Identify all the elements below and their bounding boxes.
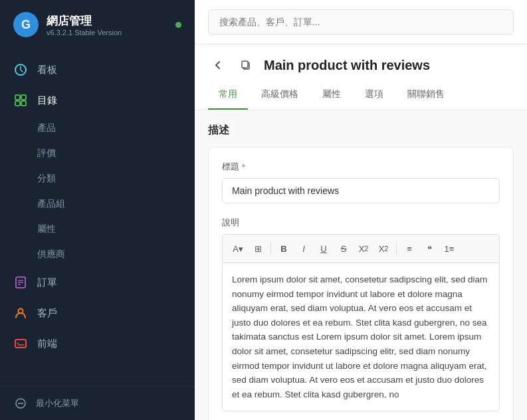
content-area: 描述 標題 * 說明 A▾ ⊞ B I U S X2 X2 ≡ ❝ 1≡ <box>195 110 527 420</box>
toolbar-underline-btn[interactable]: U <box>315 240 332 257</box>
toolbar-list-btn[interactable]: 1≡ <box>441 240 458 257</box>
svg-rect-16 <box>242 61 248 68</box>
desc-label: 說明 <box>222 217 500 229</box>
toolbar-superscript-btn[interactable]: X2 <box>355 240 372 257</box>
categories-label: 分類 <box>37 173 56 185</box>
sidebar-item-suppliers[interactable]: 供應商 <box>0 242 195 267</box>
back-button[interactable] <box>208 55 228 75</box>
catalog-label: 目錄 <box>37 94 57 107</box>
products-label: 產品 <box>37 122 56 134</box>
toolbar-bold-btn[interactable]: B <box>275 240 292 257</box>
search-input[interactable] <box>208 9 514 35</box>
svg-rect-2 <box>21 95 26 100</box>
sidebar-title-group: 網店管理 v6.3.2.1 Stable Version <box>47 13 122 37</box>
orders-icon <box>13 275 28 290</box>
sidebar-item-categories[interactable]: 分類 <box>0 166 195 191</box>
svg-rect-1 <box>15 95 20 100</box>
minimize-menu-button[interactable]: 最小化菜單 <box>0 386 195 420</box>
main-content: Main product with reviews 常用 高級價格 屬性 選項 … <box>195 0 527 420</box>
tab-options[interactable]: 選項 <box>354 80 394 110</box>
app-version: v6.3.2.1 Stable Version <box>47 29 122 37</box>
svg-rect-4 <box>21 101 26 106</box>
catalog-icon <box>13 93 28 108</box>
description-editor[interactable]: Lorem ipsum dolor sit amet, consetetur s… <box>222 262 500 411</box>
sidebar: G 網店管理 v6.3.2.1 Stable Version 看板 <box>0 0 195 420</box>
sidebar-item-orders[interactable]: 訂單 <box>0 267 195 298</box>
toolbar-subscript-btn[interactable]: X2 <box>375 240 392 257</box>
toolbar-divider-2 <box>396 243 397 255</box>
toolbar-divider-1 <box>270 243 271 255</box>
frontend-label: 前端 <box>37 338 57 350</box>
minimize-icon <box>13 396 28 411</box>
editor-content: Lorem ipsum dolor sit amet, consetetur s… <box>232 274 487 399</box>
customers-icon <box>13 306 28 320</box>
toolbar-italic-btn[interactable]: I <box>295 240 312 257</box>
tab-related[interactable]: 關聯銷售 <box>397 80 455 110</box>
tab-advanced-pricing[interactable]: 高級價格 <box>251 80 309 110</box>
sidebar-item-reviews[interactable]: 評價 <box>0 141 195 166</box>
toolbar-font-btn[interactable]: A▾ <box>229 240 247 257</box>
section-description-title: 描述 <box>208 124 514 138</box>
online-indicator <box>175 22 181 28</box>
minimize-label: 最小化菜單 <box>36 397 79 409</box>
sidebar-header: G 網店管理 v6.3.2.1 Stable Version <box>0 0 195 49</box>
copy-button[interactable] <box>236 55 256 75</box>
sidebar-item-customers[interactable]: 客戶 <box>0 298 195 328</box>
dashboard-label: 看板 <box>37 64 57 76</box>
search-bar <box>195 0 527 45</box>
page-title: Main product with reviews <box>264 58 430 73</box>
orders-label: 訂單 <box>37 276 57 289</box>
sidebar-item-catalog[interactable]: 目錄 <box>0 85 195 116</box>
frontend-icon <box>13 336 28 351</box>
tab-common[interactable]: 常用 <box>208 80 248 110</box>
product-groups-label: 產品組 <box>37 198 65 210</box>
attributes-label: 屬性 <box>37 223 56 235</box>
toolbar-grid-btn[interactable]: ⊞ <box>249 240 266 257</box>
reviews-label: 評價 <box>37 148 56 159</box>
toolbar-quote-btn[interactable]: ❝ <box>421 240 438 257</box>
title-field-label: 標題 * <box>222 161 500 173</box>
dashboard-icon <box>13 62 28 77</box>
toolbar-align-btn[interactable]: ≡ <box>401 240 418 257</box>
suppliers-label: 供應商 <box>37 249 65 261</box>
customers-label: 客戶 <box>37 307 57 320</box>
form-card: 標題 * 說明 A▾ ⊞ B I U S X2 X2 ≡ ❝ 1≡ <box>208 147 514 420</box>
app-title: 網店管理 <box>47 13 122 29</box>
title-input[interactable] <box>222 178 500 203</box>
svg-rect-3 <box>15 101 20 106</box>
sidebar-item-attributes[interactable]: 屬性 <box>0 217 195 242</box>
sidebar-item-dashboard[interactable]: 看板 <box>0 54 195 85</box>
sidebar-item-frontend[interactable]: 前端 <box>0 328 195 359</box>
sidebar-item-products[interactable]: 產品 <box>0 116 195 141</box>
product-header: Main product with reviews <box>195 45 527 75</box>
required-marker: * <box>242 162 245 172</box>
tabs-bar: 常用 高級價格 屬性 選項 關聯銷售 <box>195 80 527 110</box>
title-label-text: 標題 <box>222 161 239 173</box>
editor-toolbar: A▾ ⊞ B I U S X2 X2 ≡ ❝ 1≡ <box>222 234 500 262</box>
svg-rect-10 <box>15 340 26 348</box>
sidebar-nav: 看板 目錄 產品 評價 分類 產品組 <box>0 49 195 386</box>
tab-attributes[interactable]: 屬性 <box>312 80 352 110</box>
app-logo: G <box>13 12 39 37</box>
sidebar-item-product-groups[interactable]: 產品組 <box>0 191 195 217</box>
toolbar-strikethrough-btn[interactable]: S <box>335 240 352 257</box>
